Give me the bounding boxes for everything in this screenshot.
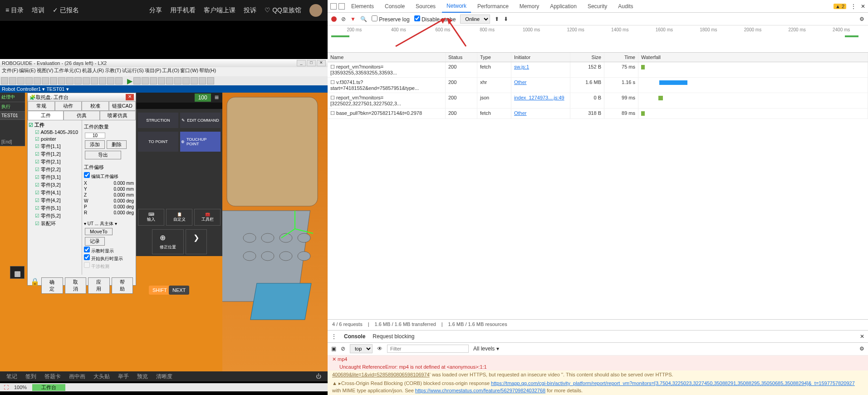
toolbar-icon[interactable] [133, 77, 141, 84]
search-icon[interactable]: 🔍 [360, 16, 367, 22]
app-menubar[interactable]: 文件(F) 编辑(E) 视图(V) 工作单元(C) 机器人(R) 示教(T) 试… [0, 67, 328, 76]
app-toolbar[interactable]: ▶ [0, 76, 328, 85]
disable-cache-checkbox[interactable]: Disable cache [414, 15, 456, 23]
play-icon[interactable]: ▶ [127, 77, 132, 85]
table-row[interactable]: ☐ base_pull?bkn=2075821714&t=0.2978200fe… [328, 109, 868, 119]
help-button[interactable]: 帮助 [112, 277, 133, 294]
tab-network[interactable]: Network [442, 0, 471, 13]
settings-icon[interactable]: ⋮ [851, 3, 856, 10]
toolbar-icon[interactable] [25, 77, 33, 84]
tree-item[interactable]: 零件[5,1] [29, 204, 81, 212]
tree-item[interactable]: 零件[3,1] [29, 173, 81, 181]
tab-security[interactable]: Security [583, 0, 612, 12]
menu-window[interactable]: 窗口(W) [180, 67, 198, 76]
hamburger-icon[interactable]: ≡ [215, 94, 219, 102]
device-icon[interactable] [338, 3, 345, 10]
col-type[interactable]: Type [477, 53, 511, 62]
tab-calibrate[interactable]: 校准 [82, 101, 109, 111]
network-timeline[interactable]: 200 ms400 ms600 ms800 ms1000 ms1200 ms14… [328, 25, 868, 53]
moveto-button[interactable]: MoveTo [85, 228, 113, 235]
clear-icon[interactable]: ⊘ [341, 16, 346, 22]
table-row[interactable]: ☐ report_vm?monitors=[33593255,33593255,… [328, 62, 868, 78]
console-filter-input[interactable] [387, 345, 469, 353]
nav-complain[interactable]: 投诉 [244, 6, 256, 15]
nav-share[interactable]: 分享 [149, 6, 162, 15]
coord-z-value[interactable]: 0.000 mm [114, 193, 134, 198]
tab-sticker[interactable]: 大头贴 [93, 373, 110, 380]
tree-item[interactable]: 零件[4,2] [29, 197, 81, 204]
toolbar-icon[interactable] [207, 77, 214, 84]
toolbar-icon[interactable] [83, 77, 90, 84]
toolbar-icon[interactable] [91, 77, 98, 84]
warnings-badge[interactable]: ▲ 2 [834, 4, 846, 9]
export-button[interactable]: 导出 [85, 151, 121, 159]
tree-item[interactable]: 装配环 [29, 220, 81, 227]
table-row[interactable]: ☐ v.f30741.ts?start=74181552&end=7585795… [328, 78, 868, 93]
menu-project[interactable]: 项目(P) [145, 67, 162, 76]
toolbar-icon[interactable] [66, 77, 74, 84]
toolbar-icon[interactable] [9, 77, 16, 84]
menu-testrun[interactable]: 试运行(S) [122, 67, 144, 76]
tree-item[interactable]: 零件[2,2] [29, 166, 81, 173]
toolbar-icon[interactable] [199, 77, 206, 84]
close-devtools-icon[interactable]: ✕ [861, 3, 865, 10]
close-button[interactable]: ✕ [317, 60, 326, 66]
toolbar-icon[interactable] [17, 77, 25, 84]
upload-icon[interactable]: ⬆ [495, 16, 499, 22]
fix-position-button[interactable]: ⊕修正位置 [152, 229, 184, 254]
tab-quality[interactable]: 清晰度 [156, 373, 172, 380]
toolbar-icon[interactable] [150, 77, 157, 84]
tab-answer[interactable]: 答题卡 [44, 373, 61, 380]
toolbar-icon[interactable] [115, 77, 123, 84]
tab-elements[interactable]: Elements [347, 0, 378, 12]
cancel-button[interactable]: 取消 [65, 277, 87, 294]
chromestatus-link[interactable]: https://www.chromestatus.com/feature/562… [415, 388, 545, 393]
console-error-row[interactable]: ✕ mp4 [328, 356, 868, 363]
toolbar-icon[interactable] [142, 77, 149, 84]
input-button[interactable]: ⌨输入 [138, 209, 164, 226]
console-warning-row[interactable]: 400689&lite=1&vid=5285890806598106974' w… [328, 370, 868, 379]
edit-offset-checkbox[interactable] [84, 172, 90, 178]
table-row[interactable]: ☐ report_vm?monitors=[3225022,3227501,32… [328, 93, 868, 109]
next-key[interactable]: NEXT [169, 286, 189, 295]
tab-signin[interactable]: 签到 [25, 373, 36, 380]
tab-application[interactable]: Application [545, 0, 581, 12]
maximize-button[interactable]: □ [307, 60, 316, 66]
menu-help[interactable]: 帮助(H) [199, 67, 216, 76]
menu-teach[interactable]: 示教(T) [105, 67, 121, 76]
tab-general[interactable]: 常规 [28, 101, 55, 111]
tree-item[interactable]: pointer [29, 136, 81, 143]
instruction-button[interactable]: STRUCTION [138, 113, 178, 128]
menu-robot[interactable]: 机器人(R) [82, 67, 104, 76]
col-time[interactable]: Time [604, 53, 638, 62]
log-levels-select[interactable]: All levels ▾ [473, 346, 499, 352]
col-status[interactable]: Status [446, 53, 477, 62]
record-button[interactable] [331, 16, 337, 22]
toolbar-icon[interactable] [1, 77, 8, 84]
drawer-menu-icon[interactable]: ⋮ [331, 333, 337, 340]
edit-command-button[interactable]: ✎EDIT COMMAND [180, 113, 221, 128]
col-waterfall[interactable]: Waterfall [638, 53, 868, 62]
menu-edit[interactable]: 编辑(E) [19, 67, 36, 76]
toolbar-icon[interactable] [50, 77, 57, 84]
3d-viewport[interactable] [222, 93, 328, 381]
show-teach-checkbox[interactable] [84, 247, 90, 252]
gear-icon[interactable]: ⚙ [859, 16, 864, 22]
shift-key[interactable]: SHIFT [149, 286, 171, 295]
nav-train[interactable]: 培训 [32, 6, 44, 15]
toolbar-icon[interactable] [58, 77, 65, 84]
next-page-button[interactable]: ❯ [186, 229, 207, 254]
tree-item[interactable]: 零件[1,2] [29, 150, 81, 158]
inspect-icon[interactable] [330, 3, 337, 10]
throttle-select[interactable]: Online [460, 15, 490, 24]
toolbar-icon[interactable] [107, 77, 114, 84]
coord-x-value[interactable]: 0.000 mm [114, 181, 134, 186]
delete-button[interactable]: 删除 [107, 140, 127, 149]
toolbar-icon[interactable] [34, 77, 41, 84]
console-warning-row[interactable]: ▲ ▸Cross-Origin Read Blocking (CORB) blo… [328, 379, 868, 395]
tab-preview[interactable]: 预览 [137, 373, 148, 380]
coord-y-value[interactable]: 0.000 mm [114, 187, 134, 192]
minimize-button[interactable]: _ [297, 60, 306, 66]
ut-dropdown[interactable]: ▾ UT ... 具主体 ▾ [84, 221, 134, 227]
coord-r-value[interactable]: 0.000 deg [114, 210, 134, 215]
